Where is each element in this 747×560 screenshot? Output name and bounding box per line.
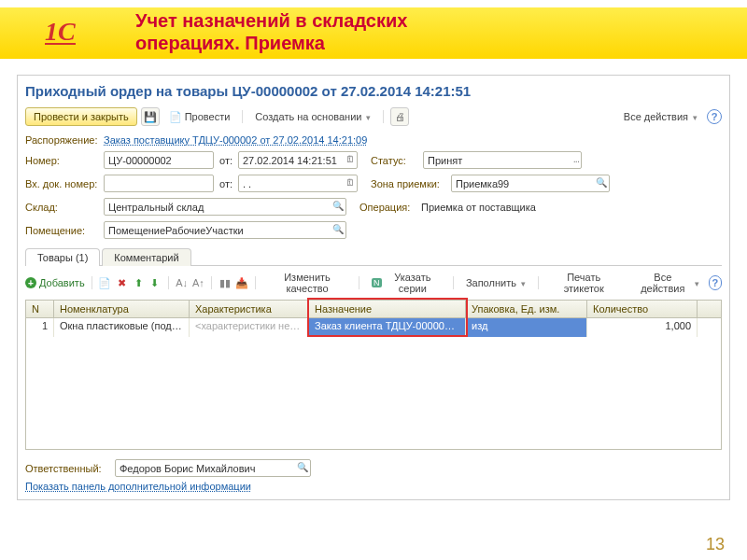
change-quality-button[interactable]: Изменить качество [262, 270, 352, 296]
zone-input[interactable]: Приемка99🔍 [451, 175, 610, 192]
cell-n: 1 [26, 318, 54, 337]
operation-value: Приемка от поставщика [421, 202, 536, 213]
label-from: от: [219, 155, 233, 166]
down-icon[interactable]: ⬇ [148, 275, 162, 290]
row-order: Распоряжение: Заказ поставщику ТДЦУ-0000… [25, 132, 722, 148]
delete-icon[interactable]: ✖ [115, 275, 128, 290]
help-icon[interactable]: ? [709, 275, 722, 290]
order-link[interactable]: Заказ поставщику ТДЦУ-000002 от 27.02.20… [104, 134, 367, 146]
import-icon[interactable]: 📥 [235, 275, 248, 290]
label-from: от: [219, 178, 233, 189]
grid-toolbar: Добавить 📄 ✖ ⬆ ⬇ A↓ A↑ ▮▮ 📥 Изменить кач… [25, 266, 722, 300]
lookup-icon[interactable]: 🔍 [332, 201, 344, 211]
slide-title: Учет назначений в складских операциях. П… [135, 9, 407, 54]
date-input[interactable]: 27.02.2014 14:21:51🗓 [238, 151, 358, 169]
slide-title-line2: операциях. Приемка [135, 33, 325, 53]
room-input[interactable]: ПомещениеРабочиеУчастки🔍 [104, 221, 346, 239]
slide-header: 1С Учет назначений в складских операциях… [0, 0, 747, 75]
calendar-icon[interactable]: 🗓 [345, 154, 355, 164]
col-nomenclature[interactable]: Номенклатура [54, 301, 190, 317]
label-responsible: Ответственный: [25, 463, 109, 474]
lookup-icon[interactable]: 🔍 [596, 177, 607, 188]
ext-date-input[interactable]: . .🗓 [238, 175, 358, 192]
post-and-close-button[interactable]: Провести и закрыть [25, 107, 137, 126]
add-row-button[interactable]: Добавить [25, 277, 85, 288]
number-input[interactable]: ЦУ-00000002 [104, 151, 214, 169]
label-order: Распоряжение: [25, 134, 98, 146]
label-ext-number: Вх. док. номер: [25, 178, 98, 189]
help-icon[interactable]: ? [707, 109, 722, 124]
row-room: Помещение: ПомещениеРабочиеУчастки🔍 [25, 218, 722, 242]
main-toolbar: Провести и закрыть 💾 📄 Провести Создать … [25, 105, 722, 132]
col-n[interactable]: N [26, 301, 54, 317]
lookup-icon[interactable]: 🔍 [297, 462, 308, 472]
sort-asc-icon[interactable]: A↓ [176, 275, 189, 290]
col-purpose[interactable]: Назначение [309, 301, 466, 317]
cell-purpose[interactable]: Заказ клиента ТДЦУ-000004 от 27.02.20... [309, 318, 466, 337]
lookup-icon[interactable]: 🔍 [332, 224, 344, 234]
specify-series-button[interactable]: N Указать серии [366, 270, 446, 296]
page-number: 13 [706, 535, 725, 554]
form-window: Приходный ордер на товары ЦУ-00000002 от… [17, 75, 730, 500]
responsible-input[interactable]: Федоров Борис Михайлович🔍 [115, 459, 311, 477]
row-responsible: Ответственный: Федоров Борис Михайлович🔍 [25, 450, 722, 477]
cell-characteristic: <характеристики не испол... [190, 318, 309, 337]
all-actions-button[interactable]: Все действия [618, 109, 703, 124]
select-icon[interactable]: ... [573, 153, 579, 164]
label-zone: Зона приемки: [371, 178, 445, 189]
ext-number-input[interactable] [104, 175, 214, 192]
tab-bar: Товары (1) Комментарий [25, 247, 722, 266]
post-button[interactable]: 📄 Провести [163, 109, 236, 125]
goods-grid: N Номенклатура Характеристика Назначение… [25, 300, 722, 450]
cell-packaging: изд [466, 318, 587, 337]
form-title: Приходный ордер на товары ЦУ-00000002 от… [25, 81, 722, 105]
label-warehouse: Склад: [25, 202, 98, 213]
col-characteristic[interactable]: Характеристика [190, 301, 309, 317]
up-icon[interactable]: ⬆ [132, 275, 145, 290]
grid-all-actions-button[interactable]: Все действия [630, 270, 705, 296]
tab-goods[interactable]: Товары (1) [25, 248, 100, 266]
copy-icon[interactable]: 📄 [98, 275, 111, 290]
row-number: Номер: ЦУ-00000002 от: 27.02.2014 14:21:… [25, 148, 722, 172]
calendar-icon[interactable]: 🗓 [345, 177, 355, 188]
col-quantity[interactable]: Количество [587, 301, 698, 317]
save-icon[interactable]: 💾 [141, 107, 160, 126]
sort-desc-icon[interactable]: A↑ [192, 275, 205, 290]
logo-1c: 1С [45, 17, 76, 47]
separator [383, 110, 384, 123]
col-packaging[interactable]: Упаковка, Ед. изм. [466, 301, 587, 317]
barcode-icon[interactable]: ▮▮ [218, 275, 232, 290]
print-labels-button[interactable]: Печать этикеток [545, 270, 623, 296]
row-warehouse: Склад: Центральный склад🔍 Операция: Прие… [25, 195, 722, 218]
row-extdoc: Вх. док. номер: от: . .🗓 Зона приемки: П… [25, 172, 722, 195]
label-room: Помещение: [25, 225, 98, 236]
show-info-panel-link[interactable]: Показать панель дополнительной информаци… [25, 477, 251, 492]
separator [242, 110, 243, 123]
tab-comment[interactable]: Комментарий [102, 248, 190, 266]
print-icon[interactable]: 🖨 [390, 107, 409, 126]
slide-title-line1: Учет назначений в складских [135, 10, 407, 31]
grid-header: N Номенклатура Характеристика Назначение… [26, 301, 721, 318]
label-status: Статус: [371, 155, 417, 166]
create-based-button[interactable]: Создать на основании [249, 109, 376, 124]
fill-button[interactable]: Заполнить [460, 275, 531, 290]
warehouse-input[interactable]: Центральный склад🔍 [104, 198, 346, 216]
status-input[interactable]: Принят... [423, 151, 582, 169]
label-number: Номер: [25, 155, 98, 166]
label-operation: Операция: [359, 202, 416, 213]
cell-nomenclature: Окна пластиковые (под за... [54, 318, 190, 337]
table-row[interactable]: 1 Окна пластиковые (под за... <характери… [26, 318, 721, 337]
cell-quantity: 1,000 [587, 318, 698, 337]
